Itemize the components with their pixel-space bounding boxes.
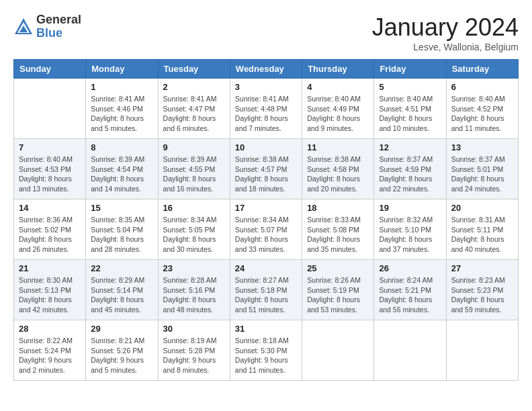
day-number: 11 <box>307 142 369 152</box>
day-number: 27 <box>451 263 513 273</box>
day-content: Sunrise: 8:18 AM Sunset: 5:30 PM Dayligh… <box>235 336 297 375</box>
day-number: 16 <box>163 203 225 213</box>
day-number: 20 <box>451 203 513 213</box>
day-content: Sunrise: 8:41 AM Sunset: 4:46 PM Dayligh… <box>91 94 152 134</box>
calendar-cell: 3Sunrise: 8:41 AM Sunset: 4:48 PM Daylig… <box>230 79 302 139</box>
calendar-cell: 9Sunrise: 8:39 AM Sunset: 4:55 PM Daylig… <box>158 139 230 199</box>
header-day-wednesday: Wednesday <box>230 60 302 79</box>
header-day-friday: Friday <box>374 60 446 79</box>
calendar-cell: 10Sunrise: 8:38 AM Sunset: 4:57 PM Dayli… <box>230 139 302 199</box>
day-number: 10 <box>235 142 297 152</box>
location-text: Lesve, Wallonia, Belgium <box>372 42 519 52</box>
calendar-cell: 2Sunrise: 8:41 AM Sunset: 4:47 PM Daylig… <box>158 79 230 139</box>
day-number: 26 <box>379 263 441 273</box>
day-number: 15 <box>91 203 152 213</box>
week-row-2: 7Sunrise: 8:40 AM Sunset: 4:53 PM Daylig… <box>14 139 519 199</box>
calendar-body: 1Sunrise: 8:41 AM Sunset: 4:46 PM Daylig… <box>14 79 519 381</box>
day-content: Sunrise: 8:30 AM Sunset: 5:13 PM Dayligh… <box>19 275 81 315</box>
calendar-cell: 7Sunrise: 8:40 AM Sunset: 4:53 PM Daylig… <box>14 139 86 199</box>
calendar-cell: 6Sunrise: 8:40 AM Sunset: 4:52 PM Daylig… <box>446 79 518 139</box>
day-content: Sunrise: 8:32 AM Sunset: 5:10 PM Dayligh… <box>379 215 441 255</box>
logo-icon <box>13 17 34 37</box>
month-title: January 2024 <box>372 13 519 42</box>
day-number: 4 <box>307 82 369 92</box>
calendar-cell: 30Sunrise: 8:19 AM Sunset: 5:28 PM Dayli… <box>158 320 230 381</box>
calendar-cell: 31Sunrise: 8:18 AM Sunset: 5:30 PM Dayli… <box>230 320 302 381</box>
day-content: Sunrise: 8:21 AM Sunset: 5:26 PM Dayligh… <box>91 336 152 375</box>
calendar-cell: 24Sunrise: 8:27 AM Sunset: 5:18 PM Dayli… <box>230 260 302 320</box>
calendar-cell: 17Sunrise: 8:34 AM Sunset: 5:07 PM Dayli… <box>230 199 302 260</box>
day-content: Sunrise: 8:19 AM Sunset: 5:28 PM Dayligh… <box>163 336 225 375</box>
day-content: Sunrise: 8:36 AM Sunset: 5:02 PM Dayligh… <box>19 215 81 255</box>
day-content: Sunrise: 8:40 AM Sunset: 4:53 PM Dayligh… <box>19 154 81 194</box>
header-row: SundayMondayTuesdayWednesdayThursdayFrid… <box>14 60 519 79</box>
calendar-cell: 14Sunrise: 8:36 AM Sunset: 5:02 PM Dayli… <box>14 199 86 260</box>
day-content: Sunrise: 8:40 AM Sunset: 4:51 PM Dayligh… <box>379 94 441 134</box>
day-number: 24 <box>235 263 297 273</box>
day-content: Sunrise: 8:38 AM Sunset: 4:58 PM Dayligh… <box>307 154 369 194</box>
day-content: Sunrise: 8:34 AM Sunset: 5:07 PM Dayligh… <box>235 215 297 255</box>
day-content: Sunrise: 8:41 AM Sunset: 4:47 PM Dayligh… <box>163 94 225 134</box>
day-content: Sunrise: 8:31 AM Sunset: 5:11 PM Dayligh… <box>451 215 513 255</box>
page-header: General Blue January 2024 Lesve, Walloni… <box>13 13 519 52</box>
day-number: 14 <box>19 203 81 213</box>
day-number: 19 <box>379 203 441 213</box>
calendar-table: SundayMondayTuesdayWednesdayThursdayFrid… <box>13 59 519 381</box>
day-content: Sunrise: 8:41 AM Sunset: 4:48 PM Dayligh… <box>235 94 297 134</box>
day-number: 9 <box>163 142 225 152</box>
day-content: Sunrise: 8:27 AM Sunset: 5:18 PM Dayligh… <box>235 275 297 315</box>
title-block: January 2024 Lesve, Wallonia, Belgium <box>372 13 519 52</box>
calendar-cell: 22Sunrise: 8:29 AM Sunset: 5:14 PM Dayli… <box>86 260 158 320</box>
calendar-cell: 15Sunrise: 8:35 AM Sunset: 5:04 PM Dayli… <box>86 199 158 260</box>
calendar-cell: 11Sunrise: 8:38 AM Sunset: 4:58 PM Dayli… <box>302 139 374 199</box>
day-content: Sunrise: 8:40 AM Sunset: 4:52 PM Dayligh… <box>451 94 513 134</box>
header-day-tuesday: Tuesday <box>158 60 230 79</box>
calendar-cell: 23Sunrise: 8:28 AM Sunset: 5:16 PM Dayli… <box>158 260 230 320</box>
day-number: 29 <box>91 324 152 334</box>
day-content: Sunrise: 8:35 AM Sunset: 5:04 PM Dayligh… <box>91 215 152 255</box>
day-number: 30 <box>163 324 225 334</box>
day-number: 18 <box>307 203 369 213</box>
day-number: 25 <box>307 263 369 273</box>
day-content: Sunrise: 8:40 AM Sunset: 4:49 PM Dayligh… <box>307 94 369 134</box>
day-number: 28 <box>19 324 81 334</box>
header-day-monday: Monday <box>86 60 158 79</box>
day-number: 22 <box>91 263 152 273</box>
calendar-cell <box>302 320 374 381</box>
calendar-cell: 25Sunrise: 8:26 AM Sunset: 5:19 PM Dayli… <box>302 260 374 320</box>
day-number: 23 <box>163 263 225 273</box>
calendar-cell: 18Sunrise: 8:33 AM Sunset: 5:08 PM Dayli… <box>302 199 374 260</box>
day-content: Sunrise: 8:38 AM Sunset: 4:57 PM Dayligh… <box>235 154 297 194</box>
day-number: 13 <box>451 142 513 152</box>
day-content: Sunrise: 8:23 AM Sunset: 5:23 PM Dayligh… <box>451 275 513 315</box>
day-content: Sunrise: 8:24 AM Sunset: 5:21 PM Dayligh… <box>379 275 441 315</box>
calendar-cell: 12Sunrise: 8:37 AM Sunset: 4:59 PM Dayli… <box>374 139 446 199</box>
calendar-cell: 4Sunrise: 8:40 AM Sunset: 4:49 PM Daylig… <box>302 79 374 139</box>
week-row-4: 21Sunrise: 8:30 AM Sunset: 5:13 PM Dayli… <box>14 260 519 320</box>
logo-general-text: General <box>36 13 81 27</box>
day-number: 12 <box>379 142 441 152</box>
calendar-cell <box>374 320 446 381</box>
calendar-cell: 5Sunrise: 8:40 AM Sunset: 4:51 PM Daylig… <box>374 79 446 139</box>
day-number: 3 <box>235 82 297 92</box>
day-content: Sunrise: 8:39 AM Sunset: 4:55 PM Dayligh… <box>163 154 225 194</box>
day-content: Sunrise: 8:37 AM Sunset: 5:01 PM Dayligh… <box>451 154 513 194</box>
calendar-cell: 27Sunrise: 8:23 AM Sunset: 5:23 PM Dayli… <box>446 260 518 320</box>
day-number: 2 <box>163 82 225 92</box>
header-day-saturday: Saturday <box>446 60 518 79</box>
day-number: 21 <box>19 263 81 273</box>
calendar-cell: 13Sunrise: 8:37 AM Sunset: 5:01 PM Dayli… <box>446 139 518 199</box>
day-content: Sunrise: 8:29 AM Sunset: 5:14 PM Dayligh… <box>91 275 152 315</box>
day-content: Sunrise: 8:37 AM Sunset: 4:59 PM Dayligh… <box>379 154 441 194</box>
calendar-cell: 21Sunrise: 8:30 AM Sunset: 5:13 PM Dayli… <box>14 260 86 320</box>
day-number: 31 <box>235 324 297 334</box>
logo: General Blue <box>13 13 81 40</box>
day-content: Sunrise: 8:33 AM Sunset: 5:08 PM Dayligh… <box>307 215 369 255</box>
calendar-cell: 29Sunrise: 8:21 AM Sunset: 5:26 PM Dayli… <box>86 320 158 381</box>
calendar-cell: 8Sunrise: 8:39 AM Sunset: 4:54 PM Daylig… <box>86 139 158 199</box>
calendar-cell: 1Sunrise: 8:41 AM Sunset: 4:46 PM Daylig… <box>86 79 158 139</box>
week-row-3: 14Sunrise: 8:36 AM Sunset: 5:02 PM Dayli… <box>14 199 519 260</box>
day-content: Sunrise: 8:22 AM Sunset: 5:24 PM Dayligh… <box>19 336 81 375</box>
calendar-cell: 26Sunrise: 8:24 AM Sunset: 5:21 PM Dayli… <box>374 260 446 320</box>
day-content: Sunrise: 8:26 AM Sunset: 5:19 PM Dayligh… <box>307 275 369 315</box>
